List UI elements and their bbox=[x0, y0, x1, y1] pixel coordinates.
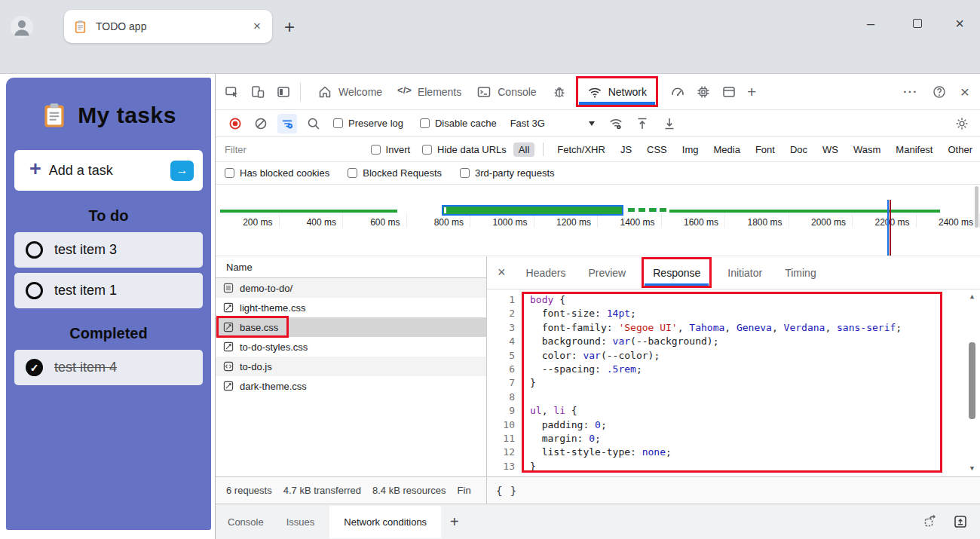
unchecked-circle-icon[interactable] bbox=[26, 282, 43, 299]
table-row-dark-theme-css[interactable]: dark-theme.css bbox=[216, 376, 486, 396]
filter-category-img[interactable]: Img bbox=[675, 144, 706, 155]
column-header-name[interactable]: Name bbox=[216, 256, 486, 278]
network-conditions-icon[interactable] bbox=[608, 116, 623, 131]
filter-category-js[interactable]: JS bbox=[613, 144, 639, 155]
network-overview-timeline[interactable]: 200 ms400 ms600 ms800 ms1000 ms1200 ms14… bbox=[216, 185, 980, 256]
table-row-demo-to-do-[interactable]: demo-to-do/ bbox=[216, 278, 486, 298]
export-har-icon[interactable] bbox=[662, 116, 677, 131]
scroll-down-icon[interactable]: ▼ bbox=[966, 464, 978, 472]
import-har-icon[interactable] bbox=[635, 116, 650, 131]
tab-network[interactable]: Network bbox=[576, 76, 658, 107]
vertical-scrollbar[interactable]: ▲ ▼ bbox=[966, 292, 978, 472]
performance-gauge-icon[interactable] bbox=[670, 84, 685, 100]
scroll-up-icon[interactable]: ▲ bbox=[966, 292, 978, 300]
filter-category-font[interactable]: Font bbox=[748, 144, 782, 155]
tab-response[interactable]: Response bbox=[642, 257, 712, 288]
window-minimize-button[interactable]: – bbox=[859, 14, 882, 33]
tab-close-icon[interactable]: × bbox=[251, 19, 263, 34]
device-emulation-icon[interactable] bbox=[250, 84, 265, 100]
filter-category-manifest[interactable]: Manifest bbox=[888, 144, 940, 155]
devtools-menu-button[interactable]: ··· bbox=[903, 85, 918, 98]
tab-console[interactable]: Console bbox=[469, 74, 544, 110]
record-network-log-button[interactable] bbox=[228, 116, 243, 131]
pop-out-icon[interactable] bbox=[923, 514, 938, 529]
checkbox[interactable] bbox=[333, 118, 343, 128]
tab-elements[interactable]: </>Elements bbox=[390, 74, 469, 110]
filter-category-wasm[interactable]: Wasm bbox=[846, 144, 888, 155]
request-name: dark-theme.css bbox=[240, 381, 307, 392]
devtools-close-button[interactable]: × bbox=[960, 83, 969, 101]
tab-welcome[interactable]: Welcome bbox=[310, 74, 390, 110]
dock-side-icon[interactable] bbox=[276, 84, 291, 100]
scrollbar-thumb[interactable] bbox=[975, 186, 978, 228]
table-row-to-do-styles-css[interactable]: to-do-styles.css bbox=[216, 337, 486, 357]
bug-icon[interactable] bbox=[552, 84, 567, 100]
filter-category-media[interactable]: Media bbox=[706, 144, 747, 155]
checkbox[interactable] bbox=[348, 168, 357, 178]
search-icon[interactable] bbox=[306, 116, 321, 131]
line-number: 12 bbox=[487, 446, 522, 459]
checkbox-has-blocked-cookies[interactable]: Has blocked cookies bbox=[225, 167, 329, 179]
response-code-viewer[interactable]: 1234567891011121314 body { font-size: 14… bbox=[487, 289, 980, 476]
checkbox[interactable] bbox=[225, 168, 234, 178]
todo-item[interactable]: test item 3 bbox=[14, 232, 203, 268]
table-row-to-do-js[interactable]: to-do.js bbox=[216, 357, 486, 376]
checked-circle-icon[interactable]: ✓ bbox=[26, 359, 43, 376]
waterfall-bar[interactable] bbox=[442, 205, 623, 216]
filter-category-fetchxhr[interactable]: Fetch/XHR bbox=[550, 144, 613, 155]
pretty-print-button[interactable]: { } bbox=[496, 485, 517, 497]
inspect-element-icon[interactable] bbox=[225, 84, 240, 100]
tab-timing[interactable]: Timing bbox=[778, 256, 823, 289]
window-close-button[interactable]: × bbox=[948, 14, 971, 33]
drawer-tab-console[interactable]: Console bbox=[228, 516, 264, 528]
add-task-input[interactable]: + Add a task → bbox=[14, 150, 203, 191]
request-name: to-do-styles.css bbox=[240, 341, 308, 353]
checkbox[interactable] bbox=[420, 118, 430, 128]
invert-checkbox[interactable]: Invert bbox=[371, 144, 411, 155]
code-line bbox=[522, 390, 963, 404]
filter-category-css[interactable]: CSS bbox=[639, 144, 675, 155]
filter-category-doc[interactable]: Doc bbox=[782, 144, 815, 155]
code-line: } bbox=[522, 460, 963, 473]
throttling-dropdown[interactable]: Fast 3G bbox=[510, 118, 595, 129]
waterfall-bar[interactable] bbox=[669, 210, 940, 213]
todo-item[interactable]: test item 1 bbox=[14, 273, 203, 308]
filter-toggle-button[interactable] bbox=[277, 114, 297, 133]
todo-item[interactable]: ✓test item 4 bbox=[14, 350, 203, 385]
waterfall-bar[interactable] bbox=[628, 208, 666, 212]
tab-preview[interactable]: Preview bbox=[581, 256, 632, 289]
browser-tab[interactable]: TODO app × bbox=[64, 10, 272, 43]
table-row-base-css[interactable]: base.css bbox=[216, 317, 486, 337]
preserve-log-checkbox[interactable]: Preserve log bbox=[333, 118, 403, 129]
scrollbar-thumb[interactable] bbox=[969, 342, 975, 419]
hide-data-urls-checkbox[interactable]: Hide data URLs bbox=[422, 144, 507, 155]
details-close-icon[interactable]: × bbox=[498, 265, 506, 280]
layout-panel-icon[interactable] bbox=[721, 84, 737, 100]
drawer-tab-issues[interactable]: Issues bbox=[286, 516, 315, 528]
table-row-light-theme-css[interactable]: light-theme.css bbox=[216, 298, 486, 317]
checkbox[interactable] bbox=[460, 168, 470, 178]
help-icon[interactable] bbox=[932, 84, 947, 100]
filter-input[interactable]: Filter bbox=[225, 144, 360, 155]
new-tab-button[interactable]: + bbox=[284, 17, 295, 38]
network-settings-gear-icon[interactable] bbox=[954, 116, 969, 131]
tab-initiator[interactable]: Initiator bbox=[721, 256, 769, 289]
expand-drawer-icon[interactable] bbox=[953, 514, 968, 529]
filter-category-ws[interactable]: WS bbox=[815, 144, 846, 155]
waterfall-bar[interactable] bbox=[220, 210, 397, 213]
disable-cache-checkbox[interactable]: Disable cache bbox=[420, 118, 497, 129]
filter-category-other[interactable]: Other bbox=[940, 144, 980, 155]
add-task-submit-button[interactable]: → bbox=[170, 161, 194, 181]
filter-category-all[interactable]: All bbox=[513, 142, 534, 157]
more-tools-button[interactable]: + bbox=[747, 83, 756, 101]
window-maximize-button[interactable] bbox=[906, 14, 929, 33]
tab-headers[interactable]: Headers bbox=[519, 256, 573, 289]
unchecked-circle-icon[interactable] bbox=[26, 241, 43, 259]
checkbox--rd-party-requests[interactable]: 3rd-party requests bbox=[460, 167, 555, 179]
drawer-tab-network-conditions[interactable]: Network conditions bbox=[329, 506, 441, 538]
checkbox-blocked-requests[interactable]: Blocked Requests bbox=[348, 167, 442, 179]
memory-chip-icon[interactable] bbox=[696, 84, 711, 100]
profile-avatar[interactable] bbox=[11, 16, 33, 38]
add-drawer-tab-button[interactable]: + bbox=[450, 513, 459, 531]
clear-network-log-button[interactable] bbox=[253, 116, 268, 131]
